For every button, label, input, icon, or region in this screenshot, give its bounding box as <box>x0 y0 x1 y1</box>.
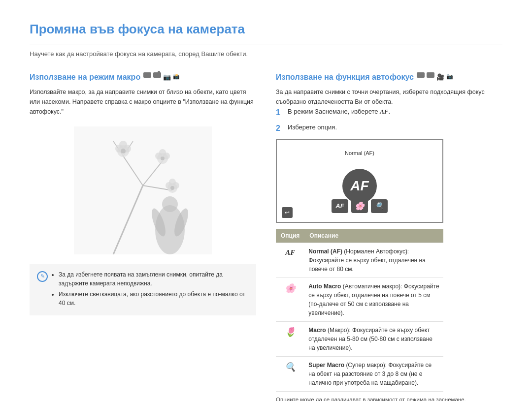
svg-point-16 <box>161 156 165 160</box>
main-content: Използване на режим макро 📷 📸 Използвайт… <box>30 71 502 401</box>
af-big-icon: AF <box>342 169 377 203</box>
camera-icon-r1 <box>417 72 425 78</box>
option-desc-auto-macro: Auto Macro (Автоматичен макро): Фокусира… <box>304 278 443 321</box>
right-section-icons: 🎥 📷 <box>417 72 453 82</box>
table-header-row: Опция Описание <box>276 229 443 243</box>
left-section-title: Използване на режим макро 📷 📸 <box>30 71 256 83</box>
option-desc-macro: Macro (Макро): Фокусирайте се върху обек… <box>304 321 443 356</box>
option-icon-auto-macro: 🌸 <box>276 278 304 321</box>
flower-svg <box>74 126 212 254</box>
back-button[interactable]: ↩ <box>282 207 293 218</box>
af-btn-normal[interactable]: AF <box>332 199 348 213</box>
macro-image <box>74 126 212 254</box>
table-row: AF Normal (AF) (Нормален Автофокус): Фок… <box>276 243 443 278</box>
table-note: Опциите може да се различават в зависимо… <box>276 396 502 401</box>
camera-icon-r2 <box>427 72 434 78</box>
page-subtitle: Научете как да настройвате фокуса на кам… <box>30 49 502 59</box>
step-2-text: Изберете опция. <box>288 123 337 134</box>
right-section-title: Използване на функция автофокус 🎥 📷 <box>276 71 502 83</box>
table-row: 🌸 Auto Macro (Автоматичен макро): Фокуси… <box>276 278 443 321</box>
col-option: Опция <box>276 229 304 243</box>
step-1-number: 1 <box>276 107 284 119</box>
tip-item-2: Изключете светкавицата, ако разстоянието… <box>59 290 249 308</box>
photo-icon-r: 📷 <box>446 72 453 82</box>
option-icon-af: AF <box>276 243 304 278</box>
step-1-text: В режим Заснемане, изберете AF. <box>288 107 390 119</box>
tip-item-1: За да избегнете появата на замъглени сни… <box>59 270 249 288</box>
left-section-icons: 📷 📸 <box>143 72 180 82</box>
page-title: Промяна във фокуса на камерата <box>30 20 502 44</box>
step-1: 1 В режим Заснемане, изберете AF. <box>276 107 502 119</box>
tip-icon: ✎ <box>37 271 48 282</box>
af-btn-flower[interactable]: 🌸 <box>351 199 368 213</box>
left-column: Използване на режим макро 📷 📸 Използвайт… <box>30 71 256 401</box>
video-icon: 📷 <box>163 72 171 82</box>
video-icon-r: 🎥 <box>436 72 444 82</box>
af-label-inline: AF <box>380 108 388 115</box>
af-preview-box: Normal (AF) AF AF 🌸 🔍 ↩ <box>276 139 443 223</box>
photo-icon: 📸 <box>173 72 180 82</box>
svg-rect-0 <box>74 126 212 254</box>
tip-content: За да избегнете появата на замъглени сни… <box>53 270 249 309</box>
af-buttons-row: AF 🌸 🔍 <box>332 199 388 213</box>
left-section-body: Използвайте макро, за да направите снимк… <box>30 87 256 117</box>
right-column: Използване на функция автофокус 🎥 📷 За д… <box>276 71 502 401</box>
af-preview-label: Normal (AF) <box>345 149 374 157</box>
svg-point-20 <box>169 179 176 185</box>
step-2: 2 Изберете опция. <box>276 123 502 134</box>
options-table: Опция Описание AF Normal (AF) (Нормален … <box>276 229 443 392</box>
tip-box: ✎ За да избегнете появата на замъглени с… <box>30 264 256 315</box>
camera-icon-1 <box>143 72 151 78</box>
table-row: 🌷 Macro (Макро): Фокусирайте се върху об… <box>276 321 443 356</box>
option-desc-af: Normal (AF) (Нормален Автофокус): Фокуси… <box>304 243 443 278</box>
camera-icon-2 <box>153 72 161 78</box>
option-desc-super-macro: Super Macro (Супер макро): Фокусирайте с… <box>304 356 443 391</box>
svg-point-23 <box>162 196 178 212</box>
af-btn-macro[interactable]: 🔍 <box>371 199 388 213</box>
svg-point-11 <box>121 149 126 154</box>
step-2-number: 2 <box>276 123 284 134</box>
option-icon-super-macro: 🔍 <box>276 356 304 391</box>
svg-point-15 <box>159 149 166 156</box>
option-icon-macro: 🌷 <box>276 321 304 356</box>
col-description: Описание <box>304 229 443 243</box>
svg-point-21 <box>170 186 174 190</box>
svg-point-10 <box>119 141 127 149</box>
table-row: 🔍 Super Macro (Супер макро): Фокусирайте… <box>276 356 443 391</box>
right-section-intro: За да направите снимки с точни очертания… <box>276 87 502 107</box>
